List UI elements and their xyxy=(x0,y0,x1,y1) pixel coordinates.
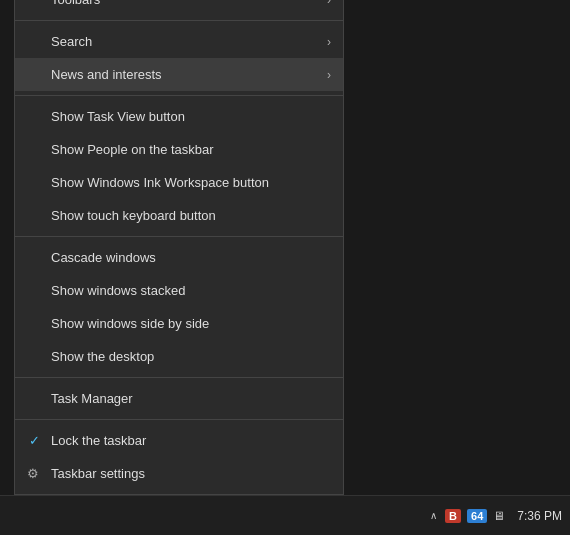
context-menu: Toolbars › Search › News and interests ›… xyxy=(14,0,344,495)
taskbar-right: ∧ B 64 🖥 7:36 PM xyxy=(430,509,562,523)
menu-item-lock-taskbar[interactable]: ✓ Lock the taskbar xyxy=(15,424,343,457)
divider-2 xyxy=(15,95,343,96)
menu-item-news-interests[interactable]: News and interests › xyxy=(15,58,343,91)
divider-4 xyxy=(15,377,343,378)
show-people-label: Show People on the taskbar xyxy=(51,142,214,157)
menu-item-toolbars[interactable]: Toolbars › xyxy=(15,0,343,16)
taskbar-chevron-icon[interactable]: ∧ xyxy=(430,510,437,521)
task-manager-label: Task Manager xyxy=(51,391,133,406)
menu-item-search[interactable]: Search › xyxy=(15,25,343,58)
task-view-label: Show Task View button xyxy=(51,109,185,124)
taskbar-settings-label: Taskbar settings xyxy=(51,466,145,481)
side-by-side-label: Show windows side by side xyxy=(51,316,209,331)
menu-item-taskbar-settings[interactable]: ⚙ Taskbar settings xyxy=(15,457,343,490)
touch-keyboard-label: Show touch keyboard button xyxy=(51,208,216,223)
stacked-label: Show windows stacked xyxy=(51,283,185,298)
ink-workspace-label: Show Windows Ink Workspace button xyxy=(51,175,269,190)
divider-1 xyxy=(15,20,343,21)
divider-3 xyxy=(15,236,343,237)
lock-taskbar-label: Lock the taskbar xyxy=(51,433,146,448)
lock-taskbar-check: ✓ xyxy=(29,433,40,448)
menu-item-cascade[interactable]: Cascade windows xyxy=(15,241,343,274)
divider-5 xyxy=(15,419,343,420)
menu-item-side-by-side[interactable]: Show windows side by side xyxy=(15,307,343,340)
gear-icon: ⚙ xyxy=(27,466,39,481)
search-label: Search xyxy=(51,34,92,49)
search-arrow: › xyxy=(327,35,331,49)
menu-item-task-manager[interactable]: Task Manager xyxy=(15,382,343,415)
menu-item-show-people[interactable]: Show People on the taskbar xyxy=(15,133,343,166)
cascade-label: Cascade windows xyxy=(51,250,156,265)
taskbar-num-64: 64 xyxy=(467,509,487,523)
toolbars-arrow: › xyxy=(327,0,331,7)
menu-item-touch-keyboard[interactable]: Show touch keyboard button xyxy=(15,199,343,232)
news-interests-arrow: › xyxy=(327,68,331,82)
menu-item-desktop[interactable]: Show the desktop xyxy=(15,340,343,373)
menu-item-ink-workspace[interactable]: Show Windows Ink Workspace button xyxy=(15,166,343,199)
taskbar-time: 7:36 PM xyxy=(511,509,562,523)
taskbar: ∧ B 64 🖥 7:36 PM xyxy=(0,495,570,535)
desktop-label: Show the desktop xyxy=(51,349,154,364)
toolbars-label: Toolbars xyxy=(51,0,100,7)
menu-item-task-view[interactable]: Show Task View button xyxy=(15,100,343,133)
menu-item-stacked[interactable]: Show windows stacked xyxy=(15,274,343,307)
taskbar-monitor-icon: 🖥 xyxy=(493,509,505,523)
news-interests-label: News and interests xyxy=(51,67,162,82)
taskbar-badge-b: B xyxy=(445,509,461,523)
